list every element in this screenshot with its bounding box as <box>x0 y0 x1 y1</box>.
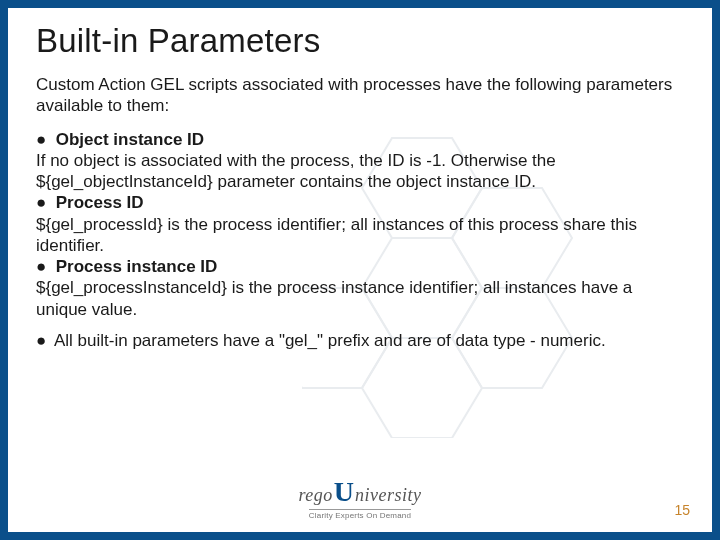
param-2-desc: ${gel_processId} is the process identifi… <box>36 214 684 257</box>
intro-text: Custom Action GEL scripts associated wit… <box>36 74 684 117</box>
logo-left: rego <box>298 485 332 506</box>
param-3-name: Process instance ID <box>56 257 218 276</box>
param-2-name: Process ID <box>56 193 144 212</box>
note-block: ● All built-in parameters have a "gel_" … <box>36 330 684 351</box>
param-3: ● Process instance ID <box>36 256 684 277</box>
param-1-name: Object instance ID <box>56 130 204 149</box>
logo-u: U <box>334 476 354 508</box>
bullet-icon: ● <box>36 130 46 149</box>
bullet-icon: ● <box>36 257 46 276</box>
param-1-desc: If no object is associated with the proc… <box>36 150 684 193</box>
note-text: All built-in parameters have a "gel_" pr… <box>54 330 684 351</box>
logo-tagline: Clarity Experts On Demand <box>309 509 411 520</box>
param-3-desc: ${gel_processInstanceId} is the process … <box>36 277 684 320</box>
param-1: ● Object instance ID <box>36 129 684 150</box>
params-block: ● Object instance ID If no object is ass… <box>36 129 684 320</box>
svg-marker-5 <box>362 338 482 438</box>
param-2: ● Process ID <box>36 192 684 213</box>
bullet-icon: ● <box>36 330 54 351</box>
slide-title: Built-in Parameters <box>36 22 684 60</box>
page-number: 15 <box>674 502 690 518</box>
logo: regoUniversity Clarity Experts On Demand <box>8 476 712 520</box>
bullet-icon: ● <box>36 193 46 212</box>
logo-right: niversity <box>355 485 421 506</box>
